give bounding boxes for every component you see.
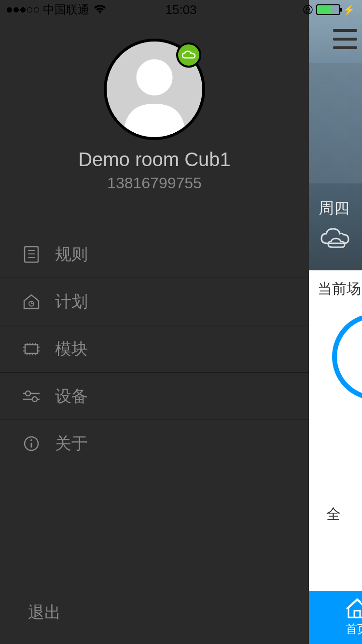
day-label: 周四 <box>319 198 352 219</box>
sidebar-item-about[interactable]: 关于 <box>0 420 309 467</box>
menu-item-label: 规则 <box>55 243 88 266</box>
cloud-status-badge <box>176 42 201 68</box>
profile-section[interactable]: Demo room Cub1 13816799755 <box>0 19 309 231</box>
home-icon <box>346 598 362 618</box>
status-right: ⚡ <box>303 4 355 15</box>
main-content[interactable]: 周四 当前场 1 [ 全 <box>309 0 362 644</box>
svg-point-26 <box>32 397 37 402</box>
wifi-icon <box>93 5 107 14</box>
svg-point-24 <box>26 391 30 396</box>
device-icon <box>22 387 41 406</box>
scene-indicator[interactable]: 1 <box>332 313 362 400</box>
charging-icon: ⚡ <box>343 4 355 15</box>
status-left: 中国联通 <box>7 2 107 17</box>
rules-icon <box>22 245 41 264</box>
carrier-label: 中国联通 <box>43 2 89 17</box>
battery-icon <box>316 4 340 15</box>
avatar-container[interactable] <box>104 39 205 140</box>
menu-item-label: 设备 <box>55 385 88 407</box>
cloud-icon <box>181 50 196 60</box>
signal-strength-icon <box>7 7 39 13</box>
logout-label: 退出 <box>28 602 61 624</box>
current-scene-label: 当前场 <box>318 279 362 299</box>
svg-point-28 <box>30 439 32 441</box>
menu-item-label: 关于 <box>55 433 88 455</box>
sidebar-item-plan[interactable]: 计划 <box>0 278 309 325</box>
logout-button[interactable]: 退出 <box>0 581 309 644</box>
main-body: 当前场 1 [ 全 <box>309 270 362 533</box>
svg-point-2 <box>136 59 172 96</box>
plan-icon <box>22 293 41 311</box>
svg-rect-10 <box>25 345 38 353</box>
sidebar-item-modules[interactable]: 模块 <box>0 325 309 373</box>
status-time: 15:03 <box>165 2 196 17</box>
menu-item-label: 计划 <box>55 291 88 313</box>
status-bar: 中国联通 15:03 ⚡ <box>0 0 362 19</box>
cloudy-icon <box>319 225 352 249</box>
hamburger-menu-icon[interactable] <box>333 29 357 49</box>
sidebar-item-rules[interactable]: 规则 <box>0 231 309 278</box>
all-label: 全 <box>326 504 362 524</box>
header-banner: 周四 <box>309 0 362 270</box>
about-icon <box>22 434 41 453</box>
nav-home-tab[interactable]: 首页 <box>309 591 362 644</box>
username-label: Demo room Cub1 <box>78 149 231 170</box>
rotation-lock-icon <box>303 4 313 15</box>
sidebar-item-devices[interactable]: 设备 <box>0 373 309 420</box>
module-icon <box>22 340 41 358</box>
menu-item-label: 模块 <box>55 338 88 360</box>
phone-label: 13816799755 <box>107 174 202 192</box>
sidebar-drawer: Demo room Cub1 13816799755 规则 <box>0 0 309 644</box>
menu-list: 规则 计划 <box>0 231 309 467</box>
weather-widget: 周四 <box>319 198 352 251</box>
nav-home-label: 首页 <box>346 621 362 637</box>
